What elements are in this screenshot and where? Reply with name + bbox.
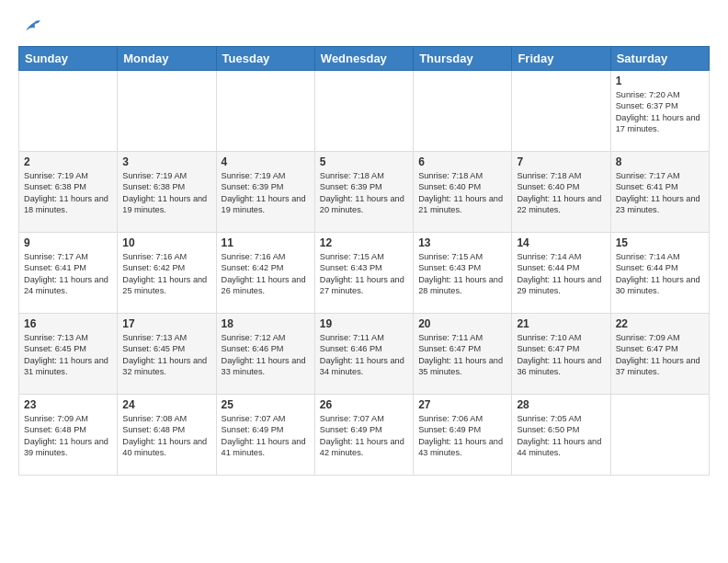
calendar-week-3: 9Sunrise: 7:17 AM Sunset: 6:41 PM Daylig… (19, 233, 710, 314)
calendar-cell: 13Sunrise: 7:15 AM Sunset: 6:43 PM Dayli… (414, 233, 512, 314)
calendar-cell: 8Sunrise: 7:17 AM Sunset: 6:41 PM Daylig… (610, 152, 709, 233)
day-number: 27 (418, 398, 506, 411)
calendar-cell: 1Sunrise: 7:20 AM Sunset: 6:37 PM Daylig… (610, 71, 709, 152)
calendar-cell (414, 71, 512, 152)
day-info: Sunrise: 7:10 AM Sunset: 6:47 PM Dayligh… (517, 332, 605, 378)
day-number: 22 (616, 317, 704, 330)
day-number: 26 (320, 398, 408, 411)
calendar-cell: 21Sunrise: 7:10 AM Sunset: 6:47 PM Dayli… (512, 314, 610, 395)
day-number: 14 (517, 236, 605, 249)
day-number: 7 (517, 155, 605, 168)
day-number: 9 (24, 236, 112, 249)
calendar-cell: 27Sunrise: 7:06 AM Sunset: 6:49 PM Dayli… (414, 395, 512, 476)
day-info: Sunrise: 7:11 AM Sunset: 6:47 PM Dayligh… (418, 332, 506, 378)
weekday-header-saturday: Saturday (610, 47, 709, 71)
day-number: 6 (418, 155, 506, 168)
day-number: 11 (222, 236, 310, 249)
weekday-header-sunday: Sunday (19, 47, 118, 71)
day-info: Sunrise: 7:18 AM Sunset: 6:40 PM Dayligh… (517, 170, 605, 216)
calendar-cell: 22Sunrise: 7:09 AM Sunset: 6:47 PM Dayli… (610, 314, 709, 395)
calendar-cell: 3Sunrise: 7:19 AM Sunset: 6:38 PM Daylig… (118, 152, 216, 233)
day-info: Sunrise: 7:13 AM Sunset: 6:45 PM Dayligh… (24, 332, 112, 378)
calendar-cell (216, 71, 314, 152)
day-number: 17 (122, 317, 210, 330)
calendar-cell: 14Sunrise: 7:14 AM Sunset: 6:44 PM Dayli… (512, 233, 610, 314)
weekday-header-thursday: Thursday (414, 47, 512, 71)
day-info: Sunrise: 7:16 AM Sunset: 6:42 PM Dayligh… (222, 251, 310, 297)
calendar-cell (512, 71, 610, 152)
calendar-cell: 5Sunrise: 7:18 AM Sunset: 6:39 PM Daylig… (314, 152, 413, 233)
calendar-cell: 6Sunrise: 7:18 AM Sunset: 6:40 PM Daylig… (414, 152, 512, 233)
day-number: 12 (320, 236, 408, 249)
weekday-header-wednesday: Wednesday (314, 47, 413, 71)
day-number: 16 (24, 317, 112, 330)
day-number: 21 (517, 317, 605, 330)
day-info: Sunrise: 7:08 AM Sunset: 6:48 PM Dayligh… (122, 413, 210, 459)
day-number: 18 (222, 317, 310, 330)
day-info: Sunrise: 7:09 AM Sunset: 6:48 PM Dayligh… (24, 413, 112, 459)
calendar-cell: 10Sunrise: 7:16 AM Sunset: 6:42 PM Dayli… (118, 233, 216, 314)
day-info: Sunrise: 7:14 AM Sunset: 6:44 PM Dayligh… (616, 251, 704, 297)
day-number: 5 (320, 155, 408, 168)
day-info: Sunrise: 7:05 AM Sunset: 6:50 PM Dayligh… (517, 413, 605, 459)
day-info: Sunrise: 7:13 AM Sunset: 6:45 PM Dayligh… (122, 332, 210, 378)
day-number: 3 (122, 155, 210, 168)
calendar-cell (610, 395, 709, 476)
day-info: Sunrise: 7:07 AM Sunset: 6:49 PM Dayligh… (320, 413, 408, 459)
weekday-header-friday: Friday (512, 47, 610, 71)
calendar-cell: 4Sunrise: 7:19 AM Sunset: 6:39 PM Daylig… (216, 152, 314, 233)
day-info: Sunrise: 7:19 AM Sunset: 6:38 PM Dayligh… (122, 170, 210, 216)
calendar-week-2: 2Sunrise: 7:19 AM Sunset: 6:38 PM Daylig… (19, 152, 710, 233)
day-info: Sunrise: 7:18 AM Sunset: 6:40 PM Dayligh… (418, 170, 506, 216)
day-number: 24 (122, 398, 210, 411)
logo (18, 15, 40, 37)
day-number: 2 (24, 155, 112, 168)
calendar-cell: 11Sunrise: 7:16 AM Sunset: 6:42 PM Dayli… (216, 233, 314, 314)
day-info: Sunrise: 7:12 AM Sunset: 6:46 PM Dayligh… (222, 332, 310, 378)
day-info: Sunrise: 7:09 AM Sunset: 6:47 PM Dayligh… (616, 332, 704, 378)
calendar-cell: 25Sunrise: 7:07 AM Sunset: 6:49 PM Dayli… (216, 395, 314, 476)
calendar-cell: 23Sunrise: 7:09 AM Sunset: 6:48 PM Dayli… (19, 395, 118, 476)
day-info: Sunrise: 7:07 AM Sunset: 6:49 PM Dayligh… (222, 413, 310, 459)
day-info: Sunrise: 7:19 AM Sunset: 6:38 PM Dayligh… (24, 170, 112, 216)
calendar-cell (314, 71, 413, 152)
day-number: 8 (616, 155, 704, 168)
calendar-week-1: 1Sunrise: 7:20 AM Sunset: 6:37 PM Daylig… (19, 71, 710, 152)
day-info: Sunrise: 7:16 AM Sunset: 6:42 PM Dayligh… (122, 251, 210, 297)
page: SundayMondayTuesdayWednesdayThursdayFrid… (0, 0, 728, 485)
day-number: 13 (418, 236, 506, 249)
day-number: 10 (122, 236, 210, 249)
calendar-cell: 9Sunrise: 7:17 AM Sunset: 6:41 PM Daylig… (19, 233, 118, 314)
day-info: Sunrise: 7:06 AM Sunset: 6:49 PM Dayligh… (418, 413, 506, 459)
day-info: Sunrise: 7:15 AM Sunset: 6:43 PM Dayligh… (320, 251, 408, 297)
day-info: Sunrise: 7:18 AM Sunset: 6:39 PM Dayligh… (320, 170, 408, 216)
day-number: 15 (616, 236, 704, 249)
calendar-cell: 24Sunrise: 7:08 AM Sunset: 6:48 PM Dayli… (118, 395, 216, 476)
day-number: 23 (24, 398, 112, 411)
calendar-cell: 28Sunrise: 7:05 AM Sunset: 6:50 PM Dayli… (512, 395, 610, 476)
logo-bird-icon (20, 17, 40, 37)
calendar-cell (118, 71, 216, 152)
calendar-cell: 17Sunrise: 7:13 AM Sunset: 6:45 PM Dayli… (118, 314, 216, 395)
calendar-cell: 16Sunrise: 7:13 AM Sunset: 6:45 PM Dayli… (19, 314, 118, 395)
weekday-header-tuesday: Tuesday (216, 47, 314, 71)
day-info: Sunrise: 7:15 AM Sunset: 6:43 PM Dayligh… (418, 251, 506, 297)
day-info: Sunrise: 7:11 AM Sunset: 6:46 PM Dayligh… (320, 332, 408, 378)
day-info: Sunrise: 7:14 AM Sunset: 6:44 PM Dayligh… (517, 251, 605, 297)
calendar-cell: 26Sunrise: 7:07 AM Sunset: 6:49 PM Dayli… (314, 395, 413, 476)
calendar-cell: 12Sunrise: 7:15 AM Sunset: 6:43 PM Dayli… (314, 233, 413, 314)
calendar-cell: 7Sunrise: 7:18 AM Sunset: 6:40 PM Daylig… (512, 152, 610, 233)
day-number: 1 (616, 75, 704, 87)
weekday-header-monday: Monday (118, 47, 216, 71)
day-number: 19 (320, 317, 408, 330)
calendar-cell (19, 71, 118, 152)
day-info: Sunrise: 7:17 AM Sunset: 6:41 PM Dayligh… (616, 170, 704, 216)
calendar-cell: 19Sunrise: 7:11 AM Sunset: 6:46 PM Dayli… (314, 314, 413, 395)
day-number: 20 (418, 317, 506, 330)
calendar-cell: 15Sunrise: 7:14 AM Sunset: 6:44 PM Dayli… (610, 233, 709, 314)
calendar-week-4: 16Sunrise: 7:13 AM Sunset: 6:45 PM Dayli… (19, 314, 710, 395)
day-info: Sunrise: 7:19 AM Sunset: 6:39 PM Dayligh… (222, 170, 310, 216)
calendar-cell: 2Sunrise: 7:19 AM Sunset: 6:38 PM Daylig… (19, 152, 118, 233)
calendar-header-row: SundayMondayTuesdayWednesdayThursdayFrid… (19, 47, 710, 71)
calendar-cell: 18Sunrise: 7:12 AM Sunset: 6:46 PM Dayli… (216, 314, 314, 395)
